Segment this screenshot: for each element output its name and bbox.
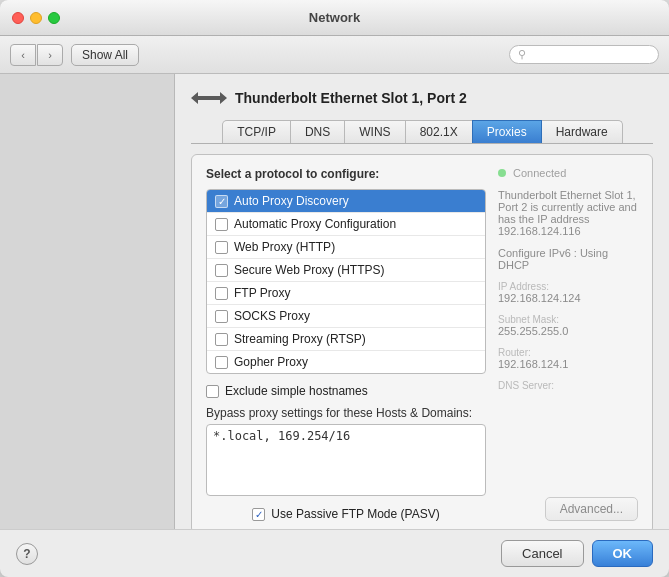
traffic-lights (12, 12, 60, 24)
maximize-button[interactable] (48, 12, 60, 24)
network-window: Network ‹ › Show All ⚲ Thun (0, 0, 669, 577)
exclude-hostnames-checkbox[interactable] (206, 385, 219, 398)
router-value: 192.168.124.1 (498, 358, 638, 370)
toolbar: ‹ › Show All ⚲ (0, 36, 669, 74)
proxy-label-streaming-proxy: Streaming Proxy (RTSP) (234, 332, 366, 346)
search-icon: ⚲ (518, 48, 526, 61)
window-title: Network (309, 10, 360, 25)
device-name: Thunderbolt Ethernet Slot 1, Port 2 (235, 90, 467, 106)
router-row: Router: 192.168.124.1 (498, 347, 638, 370)
proxy-section-label: Select a protocol to configure: (206, 167, 486, 181)
proxy-label-socks-proxy: SOCKS Proxy (234, 309, 310, 323)
proxy-item-streaming-proxy[interactable]: Streaming Proxy (RTSP) (207, 328, 485, 351)
status-value: Connected (513, 167, 566, 179)
dns-row: DNS Server: (498, 380, 638, 391)
exclude-hostnames-label: Exclude simple hostnames (225, 384, 368, 398)
dns-label: DNS Server: (498, 380, 638, 391)
close-button[interactable] (12, 12, 24, 24)
ftp-mode-row: ✓ Use Passive FTP Mode (PASV) (206, 507, 486, 521)
proxy-checkbox-ftp-proxy[interactable] (215, 287, 228, 300)
status-label: Connected (498, 167, 638, 179)
proxy-item-auto-proxy-discovery[interactable]: ✓ Auto Proxy Discovery (207, 190, 485, 213)
proxy-label-auto-config: Automatic Proxy Configuration (234, 217, 396, 231)
proxy-list: ✓ Auto Proxy Discovery Automatic Proxy C… (206, 189, 486, 374)
ok-button[interactable]: OK (592, 540, 654, 567)
device-header: Thunderbolt Ethernet Slot 1, Port 2 (191, 86, 653, 110)
tab-proxies[interactable]: Proxies (472, 120, 542, 143)
ip-label: IP Address: (498, 281, 638, 292)
content-area: Thunderbolt Ethernet Slot 1, Port 2 TCP/… (0, 74, 669, 529)
status-indicator (498, 169, 506, 177)
help-button[interactable]: ? (16, 543, 38, 565)
nav-back-button[interactable]: ‹ (10, 44, 36, 66)
proxy-label-gopher-proxy: Gopher Proxy (234, 355, 308, 369)
tab-dns[interactable]: DNS (290, 120, 345, 143)
nav-buttons: ‹ › (10, 44, 63, 66)
search-box[interactable]: ⚲ (509, 45, 659, 64)
bypass-textarea[interactable]: *.local, 169.254/16 (206, 424, 486, 496)
svg-marker-0 (191, 92, 227, 104)
ipv6-row: Configure IPv6 : Using DHCP (498, 247, 638, 271)
tabs-row: TCP/IP DNS WINS 802.1X Proxies Hardware (191, 120, 653, 144)
proxy-checkbox-streaming-proxy[interactable] (215, 333, 228, 346)
tab-tcpip[interactable]: TCP/IP (222, 120, 291, 143)
advanced-button[interactable]: Advanced... (545, 497, 638, 521)
tab-wins[interactable]: WINS (344, 120, 405, 143)
proxy-item-secure-web-proxy[interactable]: Secure Web Proxy (HTTPS) (207, 259, 485, 282)
router-label: Router: (498, 347, 638, 358)
status-row: Connected (498, 167, 638, 179)
proxy-checkbox-auto-discovery[interactable]: ✓ (215, 195, 228, 208)
info-panel: Connected Thunderbolt Ethernet Slot 1, P… (498, 167, 638, 521)
bottom-bar: ? Cancel OK (0, 529, 669, 577)
proxy-item-socks-proxy[interactable]: SOCKS Proxy (207, 305, 485, 328)
proxy-item-ftp-proxy[interactable]: FTP Proxy (207, 282, 485, 305)
ip-value: 192.168.124.124 (498, 292, 638, 304)
proxy-checkbox-web-proxy[interactable] (215, 241, 228, 254)
proxy-label-secure-web-proxy: Secure Web Proxy (HTTPS) (234, 263, 384, 277)
subnet-value: 255.255.255.0 (498, 325, 638, 337)
tab-hardware[interactable]: Hardware (541, 120, 623, 143)
proxy-checkbox-auto-config[interactable] (215, 218, 228, 231)
proxy-label-web-proxy: Web Proxy (HTTP) (234, 240, 335, 254)
tab-8021x[interactable]: 802.1X (405, 120, 473, 143)
description-row: Thunderbolt Ethernet Slot 1, Port 2 is c… (498, 189, 638, 237)
bypass-label: Bypass proxy settings for these Hosts & … (206, 406, 486, 420)
proxy-label-auto-discovery: Auto Proxy Discovery (234, 194, 349, 208)
proxy-checkbox-secure-web-proxy[interactable] (215, 264, 228, 277)
proxy-label-ftp-proxy: FTP Proxy (234, 286, 290, 300)
ipv6-text: Configure IPv6 : Using DHCP (498, 247, 638, 271)
ftp-mode-label: Use Passive FTP Mode (PASV) (271, 507, 439, 521)
cancel-button[interactable]: Cancel (501, 540, 583, 567)
proxy-checkbox-gopher-proxy[interactable] (215, 356, 228, 369)
proxies-panel: Select a protocol to configure: ✓ Auto P… (191, 154, 653, 529)
ftp-mode-checkbox[interactable]: ✓ (252, 508, 265, 521)
thunderbolt-ethernet-icon (191, 87, 227, 109)
exclude-hostnames-row: Exclude simple hostnames (206, 384, 486, 398)
device-icon (191, 86, 227, 110)
bottom-buttons: Cancel OK (501, 540, 653, 567)
show-all-button[interactable]: Show All (71, 44, 139, 66)
proxy-checkbox-socks-proxy[interactable] (215, 310, 228, 323)
subnet-row: Subnet Mask: 255.255.255.0 (498, 314, 638, 337)
proxy-item-gopher-proxy[interactable]: Gopher Proxy (207, 351, 485, 373)
sidebar (0, 74, 175, 529)
description-text: Thunderbolt Ethernet Slot 1, Port 2 is c… (498, 189, 638, 237)
proxy-item-web-proxy[interactable]: Web Proxy (HTTP) (207, 236, 485, 259)
subnet-label: Subnet Mask: (498, 314, 638, 325)
main-panel: Thunderbolt Ethernet Slot 1, Port 2 TCP/… (175, 74, 669, 529)
titlebar: Network (0, 0, 669, 36)
minimize-button[interactable] (30, 12, 42, 24)
proxy-item-auto-proxy-config[interactable]: Automatic Proxy Configuration (207, 213, 485, 236)
nav-forward-button[interactable]: › (37, 44, 63, 66)
proxy-config-section: Select a protocol to configure: ✓ Auto P… (206, 167, 486, 521)
ip-row: IP Address: 192.168.124.124 (498, 281, 638, 304)
